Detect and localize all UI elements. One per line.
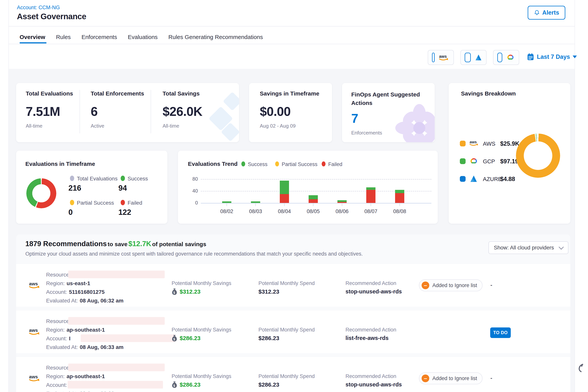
x-axis-tick-label: 08/02 [220, 208, 233, 214]
x-axis-tick-label: 08/07 [364, 208, 378, 214]
stats-card-totals: Total Evaluations 7.51M All-time Total E… [16, 83, 239, 142]
minus-circle-icon: – [422, 374, 429, 382]
date-range-picker[interactable]: Last 7 Days [527, 53, 577, 61]
azure-checkbox[interactable] [465, 53, 471, 62]
gcp-logo-icon [469, 158, 479, 166]
flower-watermark-icon [394, 103, 435, 142]
failed-dot [121, 200, 125, 205]
tab-rules[interactable]: Rules [56, 34, 71, 40]
account-value: 511616801275 [69, 289, 104, 295]
calendar-icon [527, 53, 534, 61]
aws-logo-icon: aws [438, 54, 450, 61]
show-filter-label: Show: All cloud providers [494, 244, 554, 251]
trend-legend-success: Success [248, 162, 268, 167]
recommendation-row[interactable]: aws Resource: Region:ap-southeast-1 Acco… [16, 357, 570, 392]
added-to-ignore-list-pill[interactable]: – Added to Ignore list [419, 280, 482, 291]
ignore-pill-label: Added to Ignore list [432, 282, 477, 288]
x-axis-tick [371, 204, 371, 206]
tab-enforcements[interactable]: Enforcements [82, 34, 117, 40]
trend-partial-dot [275, 162, 279, 166]
success-dot [121, 176, 125, 181]
account-link[interactable]: Account: CCM-NG [17, 4, 60, 10]
potential-monthly-savings-value: $312.23 [180, 288, 200, 295]
savings-breakdown-card: Savings Breakdown aws AWS $25.9K GCP $97… [449, 83, 570, 224]
azure-logo-icon [470, 174, 478, 184]
x-axis-tick [256, 204, 256, 206]
trend-bar-segment-success [395, 190, 404, 193]
money-bag-icon: $ [172, 288, 177, 296]
header-divider [8, 26, 574, 26]
trend-legend-failed: Failed [328, 162, 342, 167]
provider-filter-gcp[interactable] [493, 50, 519, 65]
total-evaluations-label: Total Evaluations [26, 90, 73, 97]
region-value: ap-southeast-1 [67, 373, 105, 380]
total-enforcements-label: Total Enforcements [91, 90, 144, 97]
recommended-action-label: Recommended Action [346, 373, 396, 379]
evaluated-at-label: Evaluated At: [46, 391, 78, 392]
legend-failed-value: 122 [118, 208, 131, 216]
legend-failed-label: Failed [128, 200, 142, 206]
gcp-legend-value: $97.19 [500, 158, 518, 165]
trend-y-axis: 04080 [182, 179, 198, 203]
potential-monthly-spend-label: Potential Monthly Spend [258, 373, 315, 379]
total-enforcements-sub: Active [91, 123, 104, 129]
gcp-checkbox[interactable] [497, 53, 502, 62]
recommended-action-value: stop-unused-aws-rds [346, 288, 402, 295]
potential-monthly-savings-value: $286.23 [180, 382, 200, 388]
evaluations-timeframe-donut [26, 178, 56, 208]
chevron-down-icon [573, 56, 577, 58]
aws-logo-icon: aws [28, 280, 41, 290]
trend-success-dot [241, 162, 245, 166]
provider-filter-aws[interactable]: aws [428, 50, 454, 65]
tab-rules-generating-recommendations[interactable]: Rules Generating Recommendations [168, 34, 263, 40]
recommendation-row[interactable]: aws Resource: Region:ap-southeast-1 Acco… [16, 310, 570, 353]
potential-monthly-spend-label: Potential Monthly Spend [258, 327, 315, 333]
chevron-down-icon [558, 244, 564, 250]
x-axis-tick-label: 08/03 [249, 208, 262, 214]
svg-text:$: $ [173, 384, 175, 388]
aws-legend-value: $25.9K [500, 140, 520, 147]
ignore-pill-label: Added to Ignore list [432, 376, 477, 382]
recommendations-tail-text: of potential savings [152, 241, 206, 247]
recommended-action-label: Recommended Action [346, 280, 396, 286]
region-value: us-east-1 [67, 280, 90, 286]
minus-circle-icon: – [422, 282, 429, 289]
resource-label: Resource: [46, 365, 71, 371]
added-to-ignore-list-pill[interactable]: – Added to Ignore list [419, 372, 482, 384]
redacted-account-value [68, 381, 163, 388]
region-label: Region: [46, 373, 65, 380]
evaluations-timeframe-card: Evaluations in Timeframe Total Evaluatio… [16, 151, 167, 224]
y-axis-tick-label: 0 [195, 200, 198, 206]
stats-card-finops-actions: FinOps Agent Suggested Actions 7 Enforce… [342, 83, 435, 142]
potential-monthly-savings-label: Potential Monthly Savings [172, 327, 231, 333]
show-cloud-providers-select[interactable]: Show: All cloud providers [488, 241, 568, 254]
evaluated-at-value: 08 Aug, 06:33 am [80, 344, 124, 350]
harness-watermark-icon [223, 92, 239, 111]
trend-x-axis: 08/0208/0308/0408/0508/0608/0708/08 [201, 204, 432, 217]
alerts-button[interactable]: Alerts [528, 6, 565, 20]
tab-overview[interactable]: Overview [20, 34, 45, 40]
legend-success-value: 94 [118, 184, 127, 192]
trend-bar-segment-failed [395, 193, 404, 203]
legend-partial-success-value: 0 [68, 208, 73, 216]
potential-monthly-spend-value: $286.23 [258, 335, 279, 342]
aws-checkbox[interactable] [432, 53, 435, 62]
svg-text:aws: aws [470, 140, 477, 144]
svg-text:$: $ [173, 338, 175, 341]
total-evaluations-value: 7.51M [26, 104, 60, 119]
savings-breakdown-title: Savings Breakdown [461, 90, 516, 97]
tab-evaluations[interactable]: Evaluations [128, 34, 158, 40]
finops-actions-sub: Enforcements [351, 130, 382, 136]
empty-value-dash: - [490, 375, 492, 381]
azure-legend-value: $4.88 [500, 176, 515, 182]
total-evaluations-dot [70, 176, 74, 181]
recommendation-row[interactable]: aws Resource: Region:us-east-1 Account:5… [16, 264, 570, 307]
redacted-resource-value [68, 317, 165, 325]
provider-filter-azure[interactable] [460, 50, 486, 65]
account-value: I [69, 336, 70, 342]
total-evaluations-sub: All-time [26, 123, 42, 129]
aws-logo-icon: aws [28, 374, 41, 383]
recommendations-subtitle: Optimize your cloud assets and minimize … [25, 251, 363, 257]
x-axis-tick-label: 08/04 [278, 208, 291, 214]
money-bag-icon: $ [172, 335, 177, 342]
